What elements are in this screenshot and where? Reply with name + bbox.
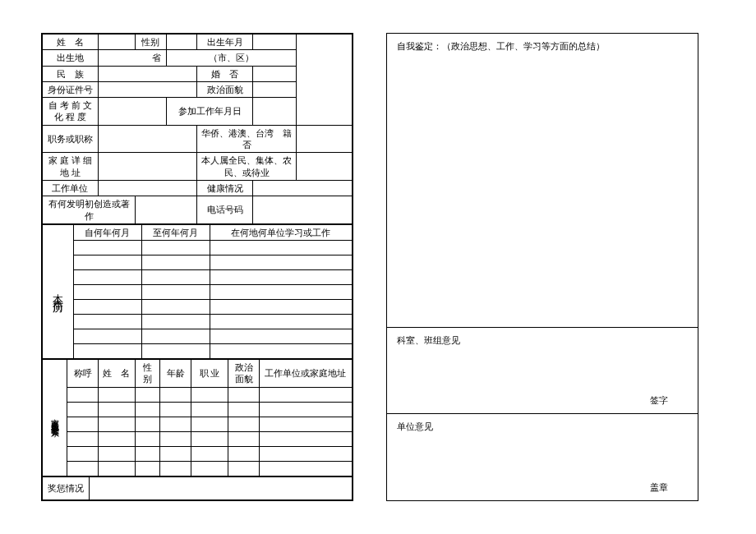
family-cell[interactable]	[136, 461, 160, 476]
field-title[interactable]	[98, 125, 197, 153]
family-cell[interactable]	[160, 417, 191, 431]
family-cell[interactable]	[259, 402, 352, 417]
left-form-page: 姓 名 性别 出生年月 出生地 省 （市、区） 民 族 婚 否 身份证件号 政治…	[41, 33, 353, 501]
resume-cell[interactable]	[210, 329, 352, 344]
family-cell[interactable]	[67, 387, 99, 402]
family-cell[interactable]	[228, 387, 260, 402]
family-cell[interactable]	[191, 402, 228, 417]
family-cell[interactable]	[191, 461, 228, 476]
family-cell[interactable]	[98, 402, 135, 417]
resume-cell[interactable]	[73, 255, 141, 270]
field-reward[interactable]	[89, 476, 352, 499]
resume-cell[interactable]	[73, 285, 141, 300]
family-cell[interactable]	[160, 402, 191, 417]
field-marriage[interactable]	[253, 66, 297, 81]
family-cell[interactable]	[259, 387, 352, 402]
family-cell[interactable]	[191, 431, 228, 446]
family-cell[interactable]	[67, 402, 99, 417]
resume-cell[interactable]	[73, 315, 141, 329]
self-assessment-section[interactable]: 自我鉴定：（政治思想、工作、学习等方面的总结）	[387, 34, 698, 328]
family-cell[interactable]	[136, 446, 160, 461]
family-cell[interactable]	[228, 461, 260, 476]
resume-cell[interactable]	[210, 344, 352, 359]
label-invention: 有何发明初创造或著作	[43, 196, 136, 224]
resume-cell[interactable]	[210, 255, 352, 270]
family-cell[interactable]	[67, 461, 99, 476]
family-cell[interactable]	[160, 387, 191, 402]
field-phone[interactable]	[253, 196, 353, 224]
family-cell[interactable]	[259, 446, 352, 461]
resume-cell[interactable]	[73, 241, 141, 255]
family-cell[interactable]	[67, 446, 99, 461]
resume-cell[interactable]	[141, 315, 210, 329]
family-cell[interactable]	[136, 387, 160, 402]
resume-cell[interactable]	[73, 300, 141, 315]
unit-opinion-section[interactable]: 单位意见 盖章	[387, 414, 698, 500]
family-cell[interactable]	[228, 402, 260, 417]
label-gender: 性别	[136, 35, 167, 50]
dept-opinion-section[interactable]: 科室、班组意见 签字	[387, 328, 698, 415]
photo-box[interactable]	[297, 35, 353, 126]
family-cell[interactable]	[191, 446, 228, 461]
family-cell[interactable]	[136, 417, 160, 431]
field-workdate[interactable]	[253, 98, 297, 126]
resume-cell[interactable]	[141, 285, 210, 300]
family-cell[interactable]	[98, 461, 135, 476]
family-cell[interactable]	[259, 461, 352, 476]
family-cell[interactable]	[136, 431, 160, 446]
family-cell[interactable]	[136, 402, 160, 417]
field-workunit[interactable]	[98, 180, 197, 196]
family-cell[interactable]	[160, 431, 191, 446]
label-birth: 出生年月	[197, 35, 253, 50]
label-title: 职务或职称	[43, 125, 99, 153]
resume-cell[interactable]	[141, 255, 210, 270]
family-cell[interactable]	[191, 387, 228, 402]
field-name[interactable]	[98, 35, 135, 50]
family-cell[interactable]	[67, 431, 99, 446]
sign-label: 签字	[397, 394, 688, 407]
resume-cell[interactable]	[141, 344, 210, 359]
field-ethnic[interactable]	[98, 66, 197, 81]
family-cell[interactable]	[160, 461, 191, 476]
family-cell[interactable]	[98, 417, 135, 431]
family-cell[interactable]	[228, 446, 260, 461]
family-vlabel: 家庭主要成员和主要社会关系	[43, 360, 67, 476]
family-cell[interactable]	[259, 431, 352, 446]
family-cell[interactable]	[259, 417, 352, 431]
resume-cell[interactable]	[73, 344, 141, 359]
resume-cell[interactable]	[73, 329, 141, 344]
family-name-header: 姓 名	[98, 360, 135, 388]
field-birth[interactable]	[253, 35, 297, 50]
resume-cell[interactable]	[73, 270, 141, 285]
label-politics: 政治面貌	[197, 81, 253, 97]
family-cell[interactable]	[67, 417, 99, 431]
field-addr[interactable]	[98, 153, 197, 181]
family-cell[interactable]	[191, 417, 228, 431]
resume-cell[interactable]	[141, 241, 210, 255]
field-invention[interactable]	[136, 196, 197, 224]
field-gender[interactable]	[166, 35, 197, 50]
family-cell[interactable]	[228, 431, 260, 446]
resume-cell[interactable]	[210, 300, 352, 315]
self-assessment-label: 自我鉴定：（政治思想、工作、学习等方面的总结）	[397, 41, 605, 51]
field-politics[interactable]	[253, 81, 297, 97]
family-cell[interactable]	[160, 446, 191, 461]
resume-cell[interactable]	[210, 315, 352, 329]
field-employ[interactable]	[297, 153, 353, 181]
unit-opinion-label: 单位意见	[397, 421, 688, 433]
family-cell[interactable]	[98, 431, 135, 446]
resume-cell[interactable]	[141, 329, 210, 344]
family-cell[interactable]	[228, 417, 260, 431]
field-idno[interactable]	[98, 81, 197, 97]
resume-cell[interactable]	[141, 300, 210, 315]
resume-cell[interactable]	[210, 285, 352, 300]
resume-cell[interactable]	[210, 241, 352, 255]
resume-cell[interactable]	[141, 270, 210, 285]
field-overseas[interactable]	[297, 125, 353, 153]
family-cell[interactable]	[98, 446, 135, 461]
family-cell[interactable]	[98, 387, 135, 402]
right-form-page: 自我鉴定：（政治思想、工作、学习等方面的总结） 科室、班组意见 签字 单位意见 …	[386, 33, 698, 501]
field-edu[interactable]	[98, 98, 166, 126]
field-health[interactable]	[253, 180, 353, 196]
resume-cell[interactable]	[210, 270, 352, 285]
